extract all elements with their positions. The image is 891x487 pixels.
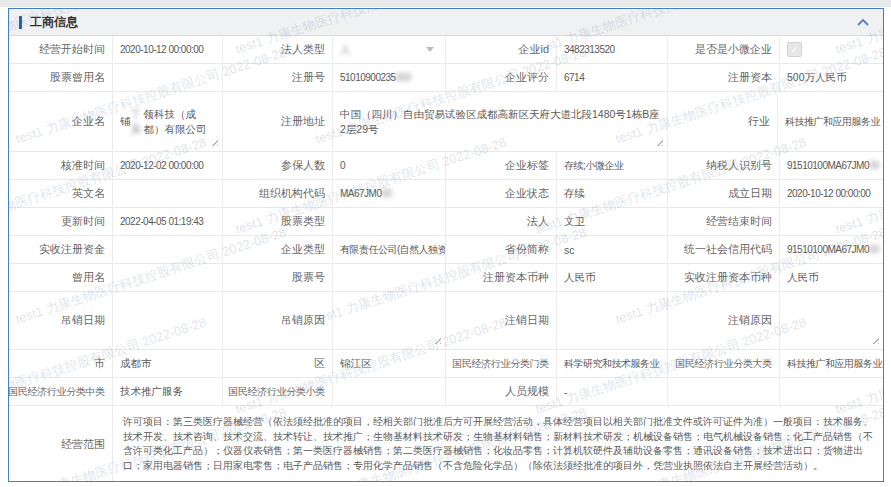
value-stock-former-name [113,64,223,91]
field-label: 企业标签 [505,158,549,173]
field-value: 2020-10-12 00:00:00 [120,44,203,55]
label-blank [668,378,780,405]
value-is-small-micro-enterprise: ✓ [780,36,883,63]
is-small-micro-enterprise-checkbox[interactable]: ✓ [787,42,802,57]
label-registered-capital: 注册资本 [668,64,780,91]
field-value: 技术推广服务 [120,385,183,399]
label-business-start-time: 经营开始时间 [9,36,113,63]
label-org-code: 组织机构代码 [223,180,333,207]
value-staff-size: - [557,378,668,405]
collapse-chevron-up-icon[interactable] [853,17,873,28]
value-blank [780,378,883,405]
field-value: 科技推广和应用服务业 [785,115,880,129]
redacted-value: 00 [869,160,879,171]
field-label: 注册资本 [728,70,772,85]
info-row: 国民经济行业分类中类技术推广服务国民经济行业分类小类人员规模- [9,378,883,406]
label-enterprise-tags: 企业标签 [446,152,557,179]
field-value: 人民币 [787,271,819,285]
info-row: 市成都市区锦江区国民经济行业分类门类科学研究和技术服务业国民经济行业分类大类科技… [9,350,883,378]
field-label: 法人类型 [281,42,325,57]
label-is-small-micro-enterprise: 是否是小微企业 [668,36,780,63]
label-unified-social-credit-code: 统一社会信用代码 [668,236,780,263]
label-nec-industry-major-class: 国民经济行业分类大类 [668,350,780,377]
label-enterprise-score: 企业评分 [446,64,557,91]
redacted-value: 00 [869,244,879,255]
value-revoke-date [113,292,223,349]
field-value: 2020-12-02 00:00:00 [120,160,203,171]
label-revoke-reason: 吊销原因 [223,292,333,349]
field-label: 注销原因 [728,313,772,328]
field-value: 科技推广和应用服务业 [787,357,882,371]
value-cancel-reason[interactable] [780,292,883,349]
field-label: 市 [94,356,105,371]
value-legal-person: 文卫 [557,208,668,235]
label-former-name: 曾用名 [9,264,113,291]
field-value: - [564,386,568,398]
value-industry: 科技推广和应用服务业 [778,92,883,151]
label-registered-capital-currency: 注册资本币种 [446,264,557,291]
resize-handle-icon[interactable] [871,336,879,344]
field-label: 区 [314,356,325,371]
label-update-time: 更新时间 [9,208,113,235]
value-insured-count: 0 [333,152,446,179]
value-update-time: 2022-04-05 01:19:43 [113,208,223,235]
info-row: 吊销日期吊销原因注销日期注销原因 [9,292,883,350]
label-enterprise-type: 企业类型 [223,236,333,263]
info-grid: 经营开始时间2020-10-12 00:00:00法人类型人企业id348231… [9,36,883,482]
value-registered-address[interactable]: 中国（四川）自由贸易试验区成都高新区天府大道北段1480号1栋B座2层29号 [333,92,668,151]
value-stock-code [333,264,446,291]
redacted-value: 人 [340,43,351,57]
value-enterprise-score: 6714 [557,64,668,91]
resize-handle-icon[interactable] [210,138,218,146]
field-label: 企业名 [72,114,105,129]
redacted-value: 丁美 [131,107,144,137]
field-label: 经营结束时间 [706,214,772,229]
info-row: 更新时间2022-04-05 01:19:43股票类型法人文卫经营结束时间 [9,208,883,236]
label-enterprise-name: 企业名 [9,92,113,151]
label-registration-number: 注册号 [223,64,333,91]
label-paid-in-capital: 实收注册资金 [9,236,113,263]
resize-handle-icon[interactable] [655,138,663,146]
value-org-code: MA67JM000 [333,180,446,207]
label-staff-size: 人员规模 [446,378,557,405]
label-cancel-date: 注销日期 [446,292,557,349]
value-business-end-time [780,208,883,235]
field-label: 人员规模 [505,384,549,399]
value-enterprise-name[interactable]: 铺丁美领科技（成都）有限公司 [113,92,223,151]
value-taxpayer-id: 91510100MA67JM000 [780,152,883,179]
redacted-value: 00 [382,188,392,199]
field-value: 2020-10-12 00:00:00 [787,188,870,199]
field-value: 领科技（成都）有限公司 [144,107,216,137]
check-icon: ✓ [790,45,798,55]
info-row: 实收注册资金企业类型有限责任公司(自然人独资)省份简称sc统一社会信用代码915… [9,236,883,264]
field-value: 文卫 [564,215,585,229]
field-value: 锦江区 [340,357,372,371]
panel-header: 工商信息 [9,9,883,36]
value-nec-industry-major-class: 科技推广和应用服务业 [780,350,883,377]
value-business-scope: 许可项目：第三类医疗器械经营（依法须经批准的项目，经相关部门批准后方可开展经营活… [113,406,883,482]
value-nec-industry-middle-class: 技术推广服务 [113,378,223,405]
field-value: MA67JM0 [340,188,382,199]
field-label: 统一社会信用代码 [684,242,772,257]
field-value: sc [564,244,575,256]
field-value: 存续;小微企业 [564,159,623,173]
info-row: 英文名组织机构代码MA67JM000企业状态存续成立日期2020-10-12 0… [9,180,883,208]
value-registration-number: 51010900235000 [333,64,446,91]
field-label: 纳税人识别号 [706,158,772,173]
legal-person-type-select[interactable]: 人 [333,36,446,63]
value-stock-type [333,208,446,235]
value-business-start-time: 2020-10-12 00:00:00 [113,36,223,63]
field-label: 股票曾用名 [50,70,105,85]
label-approval-date: 核准时间 [9,152,113,179]
resize-handle-icon[interactable] [433,336,441,344]
field-value: 人民币 [564,271,596,285]
field-value: 2022-04-05 01:19:43 [120,216,203,227]
value-cancel-date [557,292,668,349]
value-revoke-reason[interactable] [333,292,446,349]
field-label: 企业评分 [505,70,549,85]
label-cancel-reason: 注销原因 [668,292,780,349]
field-label: 曾用名 [72,270,105,285]
label-business-scope: 经营范围 [9,406,113,482]
info-row: 核准时间2020-12-02 00:00:00参保人数0企业标签存续;小微企业纳… [9,152,883,180]
info-row: 经营范围许可项目：第三类医疗器械经营（依法须经批准的项目，经相关部门批准后方可开… [9,406,883,482]
